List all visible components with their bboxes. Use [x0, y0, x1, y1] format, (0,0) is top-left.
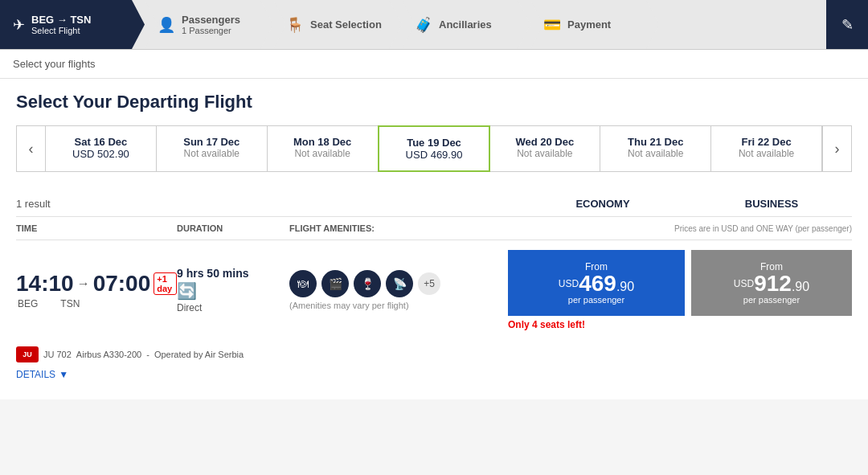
- flight-time-block: 14:10 → 07:00 +1 day BEG TSN: [16, 271, 177, 309]
- col-prices-note: Prices are in USD and ONE WAY (per passe…: [674, 224, 852, 233]
- entertainment-icon: 🎬: [321, 270, 349, 297]
- details-row[interactable]: DETAILS ▼: [16, 362, 852, 387]
- economy-label: ECONOMY: [514, 198, 691, 210]
- date-cell-4[interactable]: Wed 20 Dec Not available: [489, 126, 600, 171]
- wifi-icon: 🔄: [177, 281, 289, 301]
- page-title: Select Your Departing Flight: [16, 92, 852, 113]
- breadcrumb: Select your flights: [0, 50, 868, 79]
- flight-icon: ✈: [13, 16, 25, 34]
- amenity-icons: 🍽 🎬 🍷 📡 +5: [289, 270, 508, 297]
- depart-time: 14:10: [16, 271, 74, 297]
- business-price-display: USD912.90: [699, 272, 844, 295]
- nav-step-ancillaries[interactable]: 🧳 Ancillaries: [402, 0, 530, 49]
- drink-icon: 🍷: [354, 270, 381, 297]
- step-title-payment: Payment: [567, 18, 611, 31]
- details-label: DETAILS: [16, 369, 55, 380]
- payment-icon: 💳: [543, 16, 561, 34]
- date-cell-6[interactable]: Fri 22 Dec Not available: [711, 126, 822, 171]
- date-cell-3-selected[interactable]: Tue 19 Dec USD 469.90: [378, 125, 491, 172]
- date-cell-0[interactable]: Sat 16 Dec USD 502.90: [46, 126, 157, 171]
- step-title-seat: Seat Selection: [310, 18, 382, 31]
- flight-row: 14:10 → 07:00 +1 day BEG TSN 9 hrs 50 mi…: [16, 240, 852, 340]
- passenger-icon: 👤: [158, 16, 175, 34]
- airline-logo: JU: [16, 346, 39, 362]
- flight-col-headers: TIME DURATION FLIGHT AMENITIES: Prices a…: [16, 217, 852, 240]
- step-sub-flight: Select Flight: [31, 26, 91, 35]
- col-duration-label: DURATION: [177, 223, 289, 233]
- seats-left-badge: Only 4 seats left!: [508, 319, 585, 330]
- col-time-label: TIME: [16, 223, 177, 233]
- seat-icon: 🪑: [286, 16, 304, 34]
- step-sub-passengers: 1 Passenger: [182, 26, 240, 35]
- main-content: Select Your Departing Flight ‹ Sat 16 De…: [0, 79, 868, 399]
- date-next-button[interactable]: ›: [822, 126, 851, 171]
- aircraft-type: Airbus A330-200: [76, 350, 141, 359]
- top-nav: ✈ BEG → TSN Select Flight 👤 Passengers 1…: [0, 0, 868, 50]
- duration-time: 9 hrs 50 mins: [177, 267, 289, 280]
- meal-icon: 🍽: [289, 270, 317, 297]
- nav-step-payment[interactable]: 💳 Payment: [530, 0, 659, 49]
- time-arrow-icon: →: [77, 276, 90, 291]
- nav-step-passengers[interactable]: 👤 Passengers 1 Passenger: [145, 0, 273, 49]
- economy-price-display: USD469.90: [516, 272, 677, 295]
- step-title-flight: BEG → TSN: [31, 14, 91, 26]
- nav-step-seat-selection[interactable]: 🪑 Seat Selection: [273, 0, 402, 49]
- date-cell-2[interactable]: Mon 18 Dec Not available: [268, 126, 379, 171]
- details-chevron-icon: ▼: [59, 369, 68, 380]
- next-day-badge: +1 day: [154, 272, 177, 295]
- business-label: BUSINESS: [691, 198, 852, 210]
- amenity-note: (Amenities may vary per flight): [289, 301, 508, 310]
- edit-button[interactable]: ✎: [826, 0, 868, 49]
- business-per-label: per passenger: [699, 295, 844, 305]
- operator: -: [146, 350, 149, 359]
- economy-price-button[interactable]: From USD469.90 per passenger: [508, 250, 685, 316]
- airline-info: JU JU 702 Airbus A330-200 - Operated by …: [16, 346, 852, 362]
- col-amenities-label: FLIGHT AMENITIES:: [289, 223, 674, 233]
- results-header: 1 result ECONOMY BUSINESS: [16, 188, 852, 217]
- airport-codes: BEG TSN: [16, 298, 177, 309]
- flight-type: Direct: [177, 302, 289, 313]
- flight-duration-block: 9 hrs 50 mins 🔄 Direct: [177, 267, 289, 313]
- price-column: From USD469.90 per passenger From USD912…: [508, 250, 852, 330]
- wifi-amenity-icon: 📡: [386, 270, 413, 297]
- date-cell-5[interactable]: Thu 21 Dec Not available: [600, 126, 711, 171]
- luggage-icon: 🧳: [415, 16, 432, 34]
- arrive-time: 07:00: [93, 271, 151, 297]
- amenity-more: +5: [418, 272, 440, 295]
- results-count: 1 result: [16, 198, 514, 210]
- step-title-passengers: Passengers: [182, 14, 240, 26]
- depart-airport: BEG: [18, 298, 38, 309]
- business-price-button[interactable]: From USD912.90 per passenger: [691, 250, 852, 316]
- date-selector: ‹ Sat 16 Dec USD 502.90 Sun 17 Dec Not a…: [16, 125, 852, 172]
- operated-by: Operated by Air Serbia: [154, 350, 244, 359]
- economy-per-label: per passenger: [516, 295, 677, 305]
- flight-number: JU 702: [43, 350, 72, 359]
- flight-amenities-block: 🍽 🎬 🍷 📡 +5 (Amenities may vary per fligh…: [289, 270, 508, 310]
- step-title-ancillaries: Ancillaries: [439, 18, 492, 31]
- arrive-airport: TSN: [60, 298, 80, 309]
- date-prev-button[interactable]: ‹: [17, 126, 46, 171]
- date-cell-1[interactable]: Sun 17 Dec Not available: [157, 126, 268, 171]
- time-display: 14:10 → 07:00 +1 day: [16, 271, 177, 297]
- nav-step-select-flight[interactable]: ✈ BEG → TSN Select Flight: [0, 0, 145, 49]
